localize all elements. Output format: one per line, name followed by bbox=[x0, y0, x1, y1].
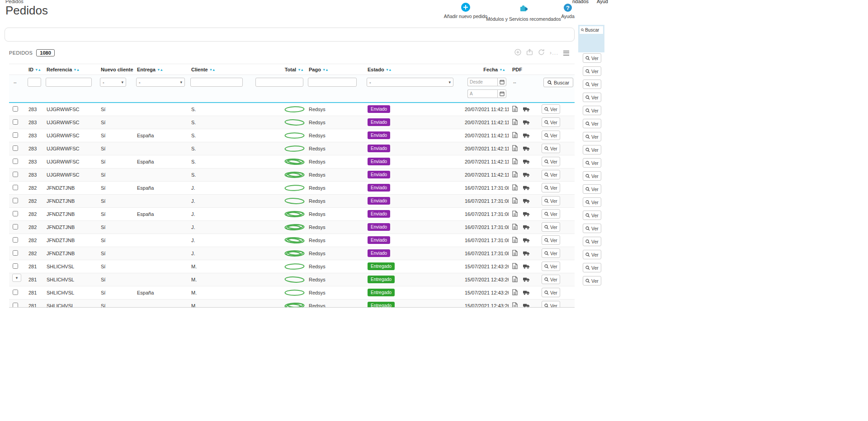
calendar-icon[interactable] bbox=[497, 78, 506, 86]
invoice-pdf-icon[interactable] bbox=[512, 132, 518, 139]
row-checkbox[interactable] bbox=[13, 172, 18, 177]
view-order-button[interactable]: Ver bbox=[583, 53, 601, 63]
view-order-button[interactable]: Ver bbox=[542, 301, 560, 308]
delivery-slip-pdf-icon[interactable] bbox=[523, 172, 530, 178]
sort-icons[interactable]: ▼▲ bbox=[209, 68, 215, 72]
filter-id-input[interactable] bbox=[28, 78, 41, 87]
row-checkbox[interactable] bbox=[13, 250, 18, 256]
delivery-slip-pdf-icon[interactable] bbox=[523, 277, 530, 283]
row-checkbox[interactable] bbox=[13, 106, 18, 112]
column-header-customer[interactable]: Cliente▼▲ bbox=[188, 64, 251, 75]
row-checkbox[interactable] bbox=[13, 237, 18, 243]
delivery-slip-pdf-icon[interactable] bbox=[523, 303, 530, 308]
sort-icons[interactable]: ▼▲ bbox=[35, 68, 41, 72]
help-button[interactable]: ? Ayuda bbox=[554, 4, 581, 19]
delivery-slip-pdf-icon[interactable] bbox=[523, 290, 530, 296]
row-checkbox[interactable] bbox=[13, 290, 18, 295]
invoice-pdf-icon[interactable] bbox=[512, 250, 518, 257]
view-order-button[interactable]: Ver bbox=[583, 263, 601, 272]
invoice-pdf-icon[interactable] bbox=[512, 263, 518, 270]
invoice-pdf-icon[interactable] bbox=[512, 224, 518, 231]
row-checkbox[interactable] bbox=[13, 303, 18, 308]
invoice-pdf-icon[interactable] bbox=[512, 106, 518, 113]
view-order-button[interactable]: Ver bbox=[583, 132, 601, 141]
filter-customer-input[interactable] bbox=[190, 78, 243, 87]
view-order-button[interactable]: Ver bbox=[542, 117, 560, 127]
sort-icons[interactable]: ▼▲ bbox=[297, 68, 303, 72]
view-order-button[interactable]: Ver bbox=[542, 131, 560, 140]
delivery-slip-pdf-icon[interactable] bbox=[523, 238, 530, 244]
invoice-pdf-icon[interactable] bbox=[512, 276, 518, 283]
invoice-pdf-icon[interactable] bbox=[512, 302, 518, 308]
sort-icons[interactable]: ▼▲ bbox=[499, 68, 505, 72]
row-checkbox[interactable] bbox=[13, 159, 18, 164]
column-header-date[interactable]: Fecha▼▲ bbox=[461, 64, 509, 75]
column-header-status[interactable]: Estado▼▲ bbox=[364, 64, 461, 75]
row-checkbox[interactable] bbox=[13, 132, 18, 138]
sort-icons[interactable]: ▼▲ bbox=[157, 68, 163, 72]
refresh-icon[interactable] bbox=[538, 49, 545, 57]
view-order-button[interactable]: Ver bbox=[542, 209, 560, 219]
view-order-button[interactable]: Ver bbox=[542, 248, 560, 258]
view-order-button[interactable]: Ver bbox=[583, 224, 601, 233]
view-order-button[interactable]: Ver bbox=[583, 93, 601, 102]
sort-icons[interactable]: ▼▲ bbox=[322, 68, 328, 72]
view-order-button[interactable]: Ver bbox=[583, 145, 601, 154]
row-checkbox[interactable] bbox=[13, 211, 18, 216]
view-order-button[interactable]: Ver bbox=[583, 171, 601, 181]
column-header-delivery[interactable]: Entrega▼▲ bbox=[133, 64, 188, 75]
view-order-button[interactable]: Ver bbox=[542, 275, 560, 284]
view-order-button[interactable]: Ver bbox=[542, 235, 560, 245]
export-icon[interactable] bbox=[526, 49, 533, 57]
bulk-actions-caret-button[interactable]: ▾ bbox=[12, 274, 21, 282]
view-order-button[interactable]: Ver bbox=[542, 144, 560, 153]
filter-payment-input[interactable] bbox=[308, 78, 357, 87]
delivery-slip-pdf-icon[interactable] bbox=[523, 133, 530, 139]
invoice-pdf-icon[interactable] bbox=[512, 184, 518, 192]
delivery-slip-pdf-icon[interactable] bbox=[523, 198, 530, 205]
recommended-modules-button[interactable]: Módulos y Servicios recomendados bbox=[485, 4, 562, 22]
view-order-button[interactable]: Ver bbox=[583, 197, 601, 207]
row-checkbox[interactable] bbox=[13, 119, 18, 125]
view-order-button[interactable]: Ver bbox=[542, 222, 560, 232]
delivery-slip-pdf-icon[interactable] bbox=[523, 120, 530, 126]
sort-icons[interactable]: ▼▲ bbox=[73, 68, 79, 72]
invoice-pdf-icon[interactable] bbox=[512, 158, 518, 165]
column-header-total[interactable]: Total▼▲ bbox=[251, 64, 305, 75]
side-search-box[interactable] bbox=[580, 26, 603, 34]
view-order-button[interactable]: Ver bbox=[542, 170, 560, 179]
delivery-slip-pdf-icon[interactable] bbox=[523, 264, 530, 270]
row-checkbox[interactable] bbox=[13, 263, 18, 269]
side-search-input[interactable] bbox=[585, 28, 602, 33]
view-order-button[interactable]: Ver bbox=[583, 119, 601, 128]
view-order-button[interactable]: Ver bbox=[542, 157, 560, 166]
view-order-button[interactable]: Ver bbox=[583, 276, 601, 285]
invoice-pdf-icon[interactable] bbox=[512, 237, 518, 244]
row-checkbox[interactable] bbox=[13, 145, 18, 151]
view-order-button[interactable]: Ver bbox=[542, 183, 560, 192]
sort-icons[interactable]: ▼▲ bbox=[386, 68, 392, 72]
view-order-button[interactable]: Ver bbox=[583, 250, 601, 259]
view-order-button[interactable]: Ver bbox=[542, 104, 560, 114]
invoice-pdf-icon[interactable] bbox=[512, 289, 518, 296]
row-checkbox[interactable] bbox=[13, 198, 18, 203]
delivery-slip-pdf-icon[interactable] bbox=[523, 159, 530, 165]
column-header-ref[interactable]: Referencia▼▲ bbox=[43, 64, 97, 75]
view-order-button[interactable]: Ver bbox=[583, 80, 601, 89]
invoice-pdf-icon[interactable] bbox=[512, 210, 518, 218]
view-order-button[interactable]: Ver bbox=[542, 288, 560, 297]
view-order-button[interactable]: Ver bbox=[542, 262, 560, 271]
view-order-button[interactable]: Ver bbox=[583, 106, 601, 115]
view-order-button[interactable]: Ver bbox=[583, 237, 601, 246]
delivery-slip-pdf-icon[interactable] bbox=[523, 185, 530, 192]
calendar-icon[interactable] bbox=[497, 89, 506, 98]
filter-delivery-select[interactable]: -▾ bbox=[136, 78, 185, 87]
column-header-payment[interactable]: Pago▼▲ bbox=[305, 64, 364, 75]
filter-new-customer-select[interactable]: -▾ bbox=[100, 78, 126, 87]
view-order-button[interactable]: Ver bbox=[583, 210, 601, 220]
view-order-button[interactable]: Ver bbox=[542, 196, 560, 206]
invoice-pdf-icon[interactable] bbox=[512, 119, 518, 126]
delivery-slip-pdf-icon[interactable] bbox=[523, 251, 530, 257]
list-menu-icon[interactable] bbox=[563, 51, 569, 56]
view-order-button[interactable]: Ver bbox=[583, 184, 601, 194]
